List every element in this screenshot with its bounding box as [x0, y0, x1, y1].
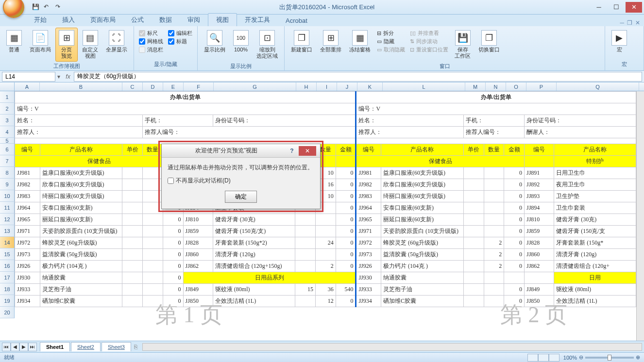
fx-button[interactable]: fx	[62, 73, 74, 80]
page-break-view-icon[interactable]	[549, 354, 559, 362]
col-header-P[interactable]: P	[526, 82, 557, 91]
row-header-4[interactable]: 4	[0, 126, 15, 138]
zoom-selection-button[interactable]: ⊡缩放到 选定区域	[253, 28, 281, 62]
page-layout-button[interactable]: 📄页面布局	[26, 28, 54, 55]
last-sheet-button[interactable]: ⏭	[28, 343, 37, 351]
col-header-K[interactable]: K	[357, 82, 383, 91]
row-header-10[interactable]: 10	[0, 190, 15, 202]
freeze-panes-button[interactable]: ▦冻结窗格	[346, 28, 374, 55]
zoom-level[interactable]: 100%	[563, 355, 577, 361]
dialog-ok-button[interactable]: 确定	[225, 191, 257, 203]
ruler-checkbox[interactable]: 标尺	[139, 30, 163, 37]
undo-icon[interactable]: ↶	[44, 3, 51, 11]
minimize-button[interactable]: ─	[591, 2, 607, 13]
row-header-1[interactable]: 1	[0, 91, 15, 103]
sheet-tab-1[interactable]: Sheet1	[40, 342, 70, 351]
tab-home[interactable]: 开始	[26, 14, 54, 26]
first-sheet-button[interactable]: ⏮	[2, 343, 11, 351]
save-icon[interactable]: 💾	[32, 3, 40, 11]
row-header-13[interactable]: 13	[0, 225, 15, 237]
row-header-7[interactable]: 7	[0, 155, 15, 167]
vertical-scrollbar[interactable]	[636, 91, 644, 341]
full-screen-button[interactable]: ⛶全屏显示	[102, 28, 131, 55]
dialog-help-button[interactable]: ?	[287, 148, 297, 154]
zoom-in-button[interactable]: ⊕	[636, 354, 640, 361]
doc-minimize-icon[interactable]: ─	[620, 19, 624, 26]
tab-insert[interactable]: 插入	[54, 14, 83, 26]
col-header-I[interactable]: I	[317, 82, 337, 91]
col-header-H[interactable]: H	[296, 82, 317, 91]
horizontal-scrollbar[interactable]	[142, 343, 642, 351]
name-box[interactable]	[2, 72, 55, 82]
tab-data[interactable]: 数据	[152, 14, 180, 26]
custom-views-button[interactable]: ▤自定义 视图	[79, 28, 102, 62]
tab-view[interactable]: 视图	[208, 13, 237, 26]
row-header-17[interactable]: 17	[0, 272, 15, 283]
save-workspace-button[interactable]: 💾保存 工作区	[451, 28, 474, 62]
sheet-tab-2[interactable]: Sheet2	[71, 342, 101, 351]
doc-close-icon[interactable]: ✕	[635, 19, 640, 26]
col-header-J[interactable]: J	[337, 82, 357, 91]
row-header-14[interactable]: 14	[0, 237, 15, 248]
row-header-11[interactable]: 11	[0, 202, 15, 214]
prev-sheet-button[interactable]: ◀	[11, 343, 19, 351]
formula-input[interactable]	[74, 72, 642, 82]
headings-checkbox[interactable]: 标题	[168, 38, 192, 45]
row-header-8[interactable]: 8	[0, 167, 15, 179]
dialog-dont-show-checkbox[interactable]: 不再显示此对话框(D)	[168, 177, 314, 185]
page-break-preview-button[interactable]: ⊞分页 预览	[55, 28, 78, 62]
tab-page-layout[interactable]: 页面布局	[83, 14, 123, 26]
row-header-12[interactable]: 12	[0, 214, 15, 225]
row-header-19[interactable]: 19	[0, 295, 15, 307]
switch-windows-button[interactable]: ❐切换窗口	[475, 28, 503, 55]
col-header-Q[interactable]: Q	[557, 82, 639, 91]
page-layout-view-icon[interactable]	[538, 354, 549, 362]
tab-developer[interactable]: 开发工具	[237, 14, 278, 26]
row-header-9[interactable]: 9	[0, 179, 15, 190]
hide-button[interactable]: ▭ 隐藏	[377, 38, 405, 45]
row-header-3[interactable]: 3	[0, 115, 15, 126]
col-header-N[interactable]: N	[486, 82, 506, 91]
col-header-B[interactable]: B	[40, 82, 122, 91]
cell-grid[interactable]: 第 1 页 第 2 页 办单/出货单办单/出货单编号：V编号：V姓名：手机：身份…	[15, 91, 636, 341]
col-header-M[interactable]: M	[465, 82, 486, 91]
new-window-button[interactable]: ❐新建窗口	[288, 28, 316, 55]
col-header-C[interactable]: C	[122, 82, 143, 91]
zoom-button[interactable]: 🔍显示比例	[201, 28, 229, 55]
sheet-tab-3[interactable]: Sheet3	[102, 342, 131, 351]
normal-view-button[interactable]: ▦普通	[3, 28, 25, 55]
message-bar-checkbox[interactable]: 消息栏	[139, 46, 163, 53]
col-header-E[interactable]: E	[163, 82, 184, 91]
tab-review[interactable]: 审阅	[180, 14, 208, 26]
arrange-all-button[interactable]: ⊞全部重排	[317, 28, 345, 55]
row-header-16[interactable]: 16	[0, 260, 15, 272]
dialog-close-button[interactable]: ✕	[299, 146, 316, 156]
row-header-20[interactable]: 20	[0, 307, 15, 318]
name-box-dropdown-icon[interactable]: ▾	[55, 73, 62, 80]
redo-icon[interactable]: ↷	[55, 3, 63, 11]
normal-view-icon[interactable]	[527, 354, 538, 362]
macros-button[interactable]: ▶宏	[608, 28, 630, 55]
formula-bar-checkbox[interactable]: 编辑栏	[168, 30, 192, 37]
row-header-6[interactable]: 6	[0, 144, 15, 155]
col-header-G[interactable]: G	[214, 82, 296, 91]
new-sheet-icon[interactable]: ⎘	[131, 344, 140, 350]
close-button[interactable]: ✕	[626, 2, 642, 13]
zoom-100-button[interactable]: 100100%	[230, 28, 252, 55]
col-header-O[interactable]: O	[506, 82, 526, 91]
maximize-button[interactable]: ☐	[608, 2, 625, 13]
next-sheet-button[interactable]: ▶	[19, 343, 28, 351]
split-button[interactable]: ⊟ 拆分	[377, 30, 405, 37]
gridlines-checkbox[interactable]: 网格线	[139, 38, 163, 45]
row-header-5[interactable]: 5	[0, 138, 15, 144]
row-header-18[interactable]: 18	[0, 283, 15, 295]
select-all-corner[interactable]	[0, 82, 15, 91]
zoom-out-button[interactable]: ⊖	[579, 354, 583, 361]
col-header-L[interactable]: L	[383, 82, 465, 91]
col-header-A[interactable]: A	[15, 82, 40, 91]
row-header-2[interactable]: 2	[0, 103, 15, 115]
row-header-15[interactable]: 15	[0, 248, 15, 260]
tab-formulas[interactable]: 公式	[123, 14, 152, 26]
tab-acrobat[interactable]: Acrobat	[278, 15, 315, 26]
doc-restore-icon[interactable]: ❐	[627, 19, 632, 26]
